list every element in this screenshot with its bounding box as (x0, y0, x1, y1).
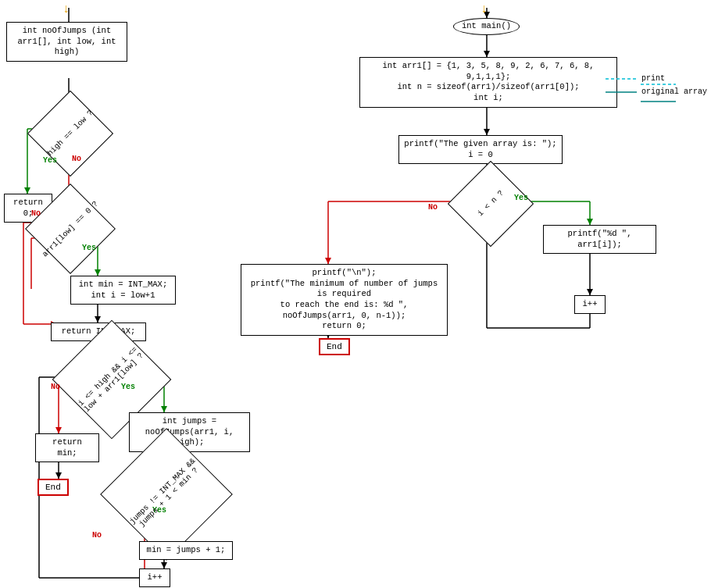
label-no-arr-low: No (31, 209, 41, 218)
i-pp-right-label: i++ (583, 299, 598, 310)
label-no-i-high: No (51, 383, 60, 391)
label-yes-i-high: Yes (121, 383, 135, 391)
diamond-i-high: i <= high && i <=low + arr1[low] ? (47, 350, 176, 408)
printf-newline-label: printf("\n");printf("The minimum of numb… (246, 268, 442, 332)
main-oval-label: int main() (453, 18, 520, 35)
return-min-label: return min; (41, 437, 94, 458)
label-yes-high-low: Yes (43, 156, 57, 165)
min-int-label: int min = INT_MAX;int i = low+1 (79, 280, 167, 301)
return-min-box: return min; (35, 433, 99, 462)
legend-original-array: original array (641, 87, 707, 96)
func-header-label: int noOfJumps (int arr1[], int low, int … (12, 26, 122, 58)
printf-given-box: printf("The given array is: ");i = 0 (398, 135, 563, 164)
start-arrow-main: ↓ (481, 2, 488, 18)
arr-init-box: int arr1[] = {1, 3, 5, 8, 9, 2, 6, 7, 6,… (359, 57, 617, 108)
label-yes-i-n: Yes (514, 194, 528, 202)
diamond-jumps: jumps != INT_MAX &&jumps + 1 < min ? (90, 461, 242, 527)
end-main-box: End (319, 338, 350, 355)
svg-marker-34 (161, 562, 167, 568)
min-jumps-label: min = jumps + 1; (147, 545, 226, 556)
min-int-box: int min = INT_MAX;int i = low+1 (70, 276, 176, 305)
flowchart: ↓ int noOfJumps (int arr1[], int low, in… (0, 0, 711, 588)
printf-newline-box: printf("\n");printf("The minimum of numb… (241, 264, 448, 336)
label-no-high-low: No (72, 155, 81, 163)
end-left-box: End (38, 479, 69, 496)
start-arrow-left: ↓ (63, 2, 70, 18)
svg-marker-23 (55, 427, 62, 433)
svg-marker-52 (587, 289, 593, 295)
func-header-box: int noOfJumps (int arr1[], int low, int … (6, 22, 127, 62)
legend: print original array (606, 74, 707, 96)
i-pp-right-box: i++ (574, 295, 606, 314)
printf-d-box: printf("%d ", arr1[i]); (543, 225, 656, 254)
label-no-i-n: No (428, 203, 438, 212)
svg-marker-25 (55, 472, 62, 479)
min-jumps-box: min = jumps + 1; (139, 541, 233, 560)
arr-init-label: int arr1[] = {1, 3, 5, 8, 9, 2, 6, 7, 6,… (365, 61, 612, 104)
svg-marker-45 (484, 129, 490, 135)
diamond-i-n: i < n ? (452, 178, 530, 229)
legend-print: print (641, 74, 665, 83)
svg-marker-10 (95, 269, 101, 276)
printf-d-label: printf("%d ", arr1[i]); (548, 229, 651, 250)
diamond-high-low: high == low ? (27, 112, 113, 155)
svg-marker-5 (24, 187, 30, 194)
label-yes-arr-low: Yes (82, 244, 96, 252)
svg-marker-50 (587, 219, 593, 225)
end-left-label: End (38, 479, 69, 496)
end-main-label: End (319, 338, 350, 355)
i-pp-left-label: i++ (148, 572, 163, 583)
main-oval: int main() (453, 18, 520, 35)
i-pp-left-box: i++ (139, 568, 170, 587)
svg-marker-18 (95, 316, 101, 323)
svg-marker-58 (325, 258, 331, 264)
svg-marker-43 (484, 51, 490, 57)
printf-given-label: printf("The given array is: ");i = 0 (404, 139, 556, 160)
label-no-jumps: No (92, 531, 102, 540)
